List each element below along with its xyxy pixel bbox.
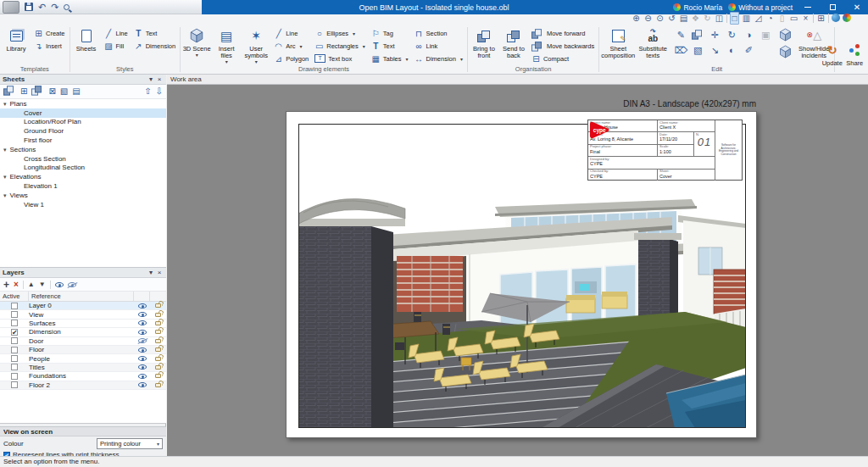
duplicate-sheet-icon[interactable]: [31, 85, 44, 99]
layer-lock-icon[interactable]: [155, 313, 161, 317]
line-tool[interactable]: ╱Line: [271, 27, 311, 39]
edit-sheet-icon[interactable]: ▧: [60, 86, 68, 97]
arc-tool[interactable]: ◠Arc: [271, 40, 311, 52]
layer-row-surfaces[interactable]: Surfaces: [0, 320, 166, 328]
layer-row-floor2[interactable]: Floor 2: [0, 381, 166, 390]
layer-lock-icon[interactable]: [155, 330, 161, 334]
project-status[interactable]: Without a project: [728, 3, 793, 12]
layer-row-people[interactable]: People: [0, 354, 166, 363]
ellipses-tool[interactable]: ○Ellipses: [312, 27, 368, 39]
sheet-item-view-1[interactable]: View 1: [0, 200, 166, 209]
insert-files-button[interactable]: ▤ Insert files: [212, 25, 241, 64]
layer-up-icon[interactable]: ▲: [28, 279, 35, 291]
layer-visibility-icon[interactable]: [138, 312, 147, 317]
sheets-group-sections[interactable]: Sections: [0, 145, 166, 154]
layer-visibility-icon[interactable]: [138, 320, 147, 325]
section-tool[interactable]: ⊓Section: [412, 27, 465, 39]
window-layout-icon[interactable]: ⊞: [816, 13, 826, 24]
layer-lock-icon[interactable]: [155, 383, 161, 387]
move-down-icon[interactable]: ⇩: [156, 86, 163, 97]
layer-row-dimension[interactable]: Dimension: [0, 328, 166, 336]
sheet-transfer-icon[interactable]: [3, 85, 16, 99]
layer-lock-icon[interactable]: [155, 321, 161, 325]
drawing-canvas[interactable]: DIN A3 - Landscape (420x297) mm: [167, 85, 868, 456]
add-layer-icon[interactable]: +: [3, 279, 9, 291]
view-3d-solid-button[interactable]: [778, 28, 793, 42]
insert-button[interactable]: ↴Insert: [31, 40, 68, 52]
zoom-out-icon[interactable]: ⊖: [643, 13, 653, 24]
minimize-button[interactable]: [798, 3, 817, 12]
layer-row-foundations[interactable]: Foundations: [0, 372, 166, 381]
rotate-button[interactable]: ↻: [725, 29, 738, 42]
sheet-page[interactable]: Project name:Single House Client name:Cl…: [286, 111, 757, 438]
layer-active-checkbox[interactable]: [11, 355, 18, 362]
show-all-layers-icon[interactable]: [55, 282, 64, 287]
help-icon[interactable]: [843, 14, 851, 22]
mirror-button[interactable]: ◑: [742, 29, 755, 42]
frame-select-icon[interactable]: □: [730, 12, 739, 25]
copy-button[interactable]: [691, 29, 704, 42]
orbit-icon[interactable]: ↻: [703, 13, 712, 24]
layer-row-layer0[interactable]: Layer 0: [0, 302, 166, 310]
print-sheet-icon[interactable]: ▤: [72, 86, 80, 97]
add-sheet-icon[interactable]: ⊞: [20, 86, 27, 97]
set-square-icon[interactable]: ◿: [754, 13, 763, 24]
layer-active-checkbox[interactable]: [11, 347, 18, 353]
sheets-group-views[interactable]: Views: [0, 191, 166, 200]
sheet-item-elevation-1[interactable]: Elevation 1: [0, 181, 166, 191]
line-style-button[interactable]: ╱Line: [102, 27, 131, 39]
screens-icon[interactable]: ◫: [715, 13, 724, 24]
move-backwards-button[interactable]: Move backwards: [529, 40, 597, 52]
layer-visibility-icon[interactable]: [138, 374, 147, 379]
app-icon[interactable]: [3, 1, 19, 14]
user-account[interactable]: Rocio María: [673, 3, 722, 12]
scene-3d-button[interactable]: 3D Scene: [182, 25, 211, 64]
layer-lock-icon[interactable]: [155, 374, 161, 378]
print-view-icon[interactable]: ▤: [679, 13, 688, 24]
bimserver-web-icon[interactable]: [832, 14, 840, 22]
cancel-icon[interactable]: ×: [801, 13, 810, 24]
update-button[interactable]: ↻ Update: [821, 40, 843, 74]
sheet-composition-button[interactable]: Sheet composition: [601, 25, 635, 64]
polygon-tool[interactable]: ⊿Polygon: [271, 53, 311, 64]
collapse-panel-icon[interactable]: ▾: [147, 269, 155, 276]
collapse-panel-icon[interactable]: ▾: [147, 75, 155, 83]
sheet-item-cross-section[interactable]: Cross Section: [0, 154, 166, 164]
sheet-item-ground-floor[interactable]: Ground Floor: [0, 126, 166, 136]
selection-rectangle-icon[interactable]: ▭: [789, 13, 798, 24]
move-up-icon[interactable]: ⇧: [144, 86, 151, 97]
view-3d-wire-button[interactable]: [778, 45, 793, 58]
create-button[interactable]: ⊞Create: [31, 27, 68, 39]
bring-to-front-button[interactable]: Bring to front: [470, 25, 498, 64]
hide-all-layers-icon[interactable]: [68, 282, 76, 287]
layer-visibility-icon[interactable]: [138, 364, 147, 370]
delete-layer-icon[interactable]: ×: [14, 279, 19, 291]
sheets-group-elevations[interactable]: Elevations: [0, 172, 166, 181]
undo-icon[interactable]: ↶: [38, 1, 46, 14]
share-button[interactable]: Share: [844, 40, 866, 74]
layer-active-checkbox[interactable]: [11, 337, 18, 344]
layer-lock-icon[interactable]: [155, 339, 161, 343]
save-icon[interactable]: [25, 3, 33, 11]
layer-lock-icon[interactable]: [155, 347, 161, 352]
dimension-style-button[interactable]: ↗Dimension: [131, 40, 178, 52]
layer-visibility-icon[interactable]: [138, 347, 147, 353]
close-button[interactable]: ✕: [848, 3, 866, 12]
edit-pencil-button[interactable]: ✎: [674, 29, 687, 42]
pan-icon[interactable]: ❖: [691, 13, 700, 24]
layer-row-titles[interactable]: Titles: [0, 364, 166, 372]
layer-visibility-icon[interactable]: [138, 303, 147, 309]
library-button[interactable]: Library: [2, 25, 31, 64]
tables-tool[interactable]: ▦Tables: [369, 53, 411, 64]
search-icon[interactable]: [64, 4, 70, 10]
colour-select[interactable]: Printing colour: [97, 438, 163, 449]
delete-sheet-icon[interactable]: ⊠: [48, 86, 55, 97]
user-symbols-button[interactable]: ✶ User symbols: [242, 25, 270, 64]
layer-lock-icon[interactable]: [155, 303, 161, 308]
sheet-item-cover[interactable]: Cover: [0, 108, 166, 118]
zoom-previous-icon[interactable]: ⊙: [655, 13, 665, 24]
text-style-button[interactable]: TText: [131, 27, 178, 39]
dimension-tool[interactable]: ↔Dimension: [412, 53, 465, 64]
layer-visibility-icon[interactable]: [138, 330, 147, 335]
redraw-icon[interactable]: ↺: [667, 13, 676, 24]
